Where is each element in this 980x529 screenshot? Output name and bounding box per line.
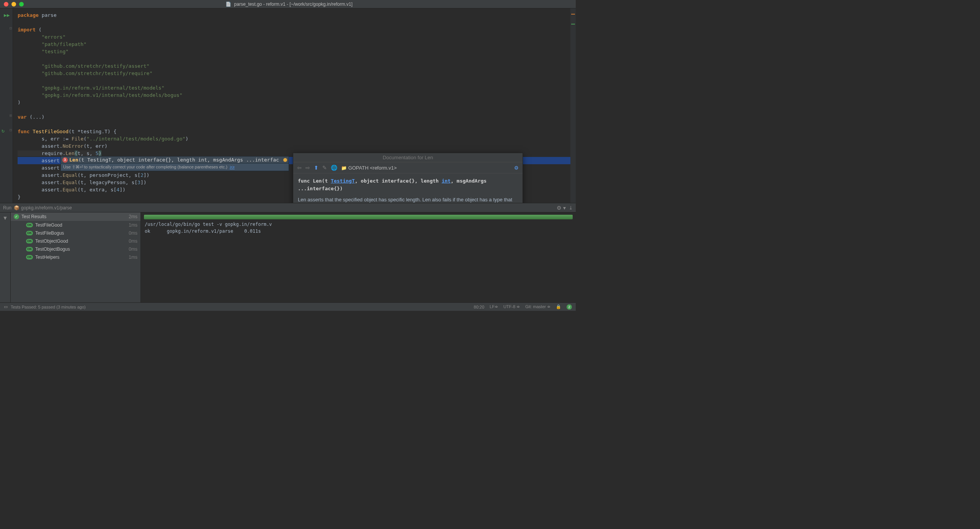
close-window-button[interactable] bbox=[4, 2, 8, 7]
fold-icon[interactable]: ⊞ bbox=[10, 113, 12, 118]
doc-back-icon[interactable]: ⇦ bbox=[297, 165, 302, 171]
test-item[interactable]: OK TestHelpers 1ms bbox=[11, 253, 140, 261]
title-bar: parse_test.go - reform.v1 - [~/work/src/… bbox=[0, 0, 576, 8]
line-separator[interactable]: LF≑ bbox=[490, 304, 498, 309]
doc-browser-icon[interactable]: 🌐 bbox=[331, 165, 337, 171]
doc-popup-title: Documentation for Len bbox=[293, 153, 523, 162]
completion-marker-icon bbox=[283, 158, 287, 162]
test-item[interactable]: OK TestFileGood 1ms bbox=[11, 221, 140, 229]
run-config-name[interactable]: gopkg.in/reform.v1/parse bbox=[21, 205, 72, 211]
pass-badge-icon: OK bbox=[26, 239, 33, 243]
window-title: parse_test.go - reform.v1 - [~/work/src/… bbox=[24, 2, 554, 7]
completion-item[interactable]: λ Len(t TestingT, object interface{}, le… bbox=[60, 156, 289, 163]
test-output[interactable]: /usr/local/go/bin/go test -v gopkg.in/re… bbox=[141, 212, 576, 302]
file-encoding[interactable]: UTF-8 ≑ bbox=[503, 304, 520, 309]
doc-forward-icon[interactable]: ⇨ bbox=[305, 165, 310, 171]
test-item[interactable]: OK TestFileBogus 0ms bbox=[11, 229, 140, 237]
code-completion-popup[interactable]: λ Len(t TestingT, object interface{}, le… bbox=[60, 156, 289, 171]
cursor-position[interactable]: 80:20 bbox=[474, 305, 485, 309]
git-branch[interactable]: Git: master ≑ bbox=[525, 304, 550, 309]
event-log-icon[interactable]: ▭ bbox=[4, 304, 8, 309]
run-test-icon[interactable]: ↻ bbox=[2, 128, 5, 134]
run-settings-icon[interactable]: ⚙ ▾ bbox=[557, 205, 566, 211]
run-header: Run gopkg.in/reform.v1/parse ⚙ ▾ ⤓ bbox=[0, 203, 576, 212]
fold-icon[interactable]: ⊟ bbox=[10, 26, 12, 30]
pass-badge-icon: OK bbox=[26, 231, 33, 235]
status-message: Tests Passed: 5 passed (3 minutes ago) bbox=[11, 305, 86, 309]
test-item[interactable]: OK TestObjectGood 0ms bbox=[11, 237, 140, 245]
doc-edit-icon[interactable]: ✎ bbox=[322, 165, 327, 171]
run-download-icon[interactable]: ⤓ bbox=[569, 205, 573, 211]
file-icon bbox=[225, 2, 233, 7]
lock-icon[interactable]: 🔒 bbox=[556, 304, 561, 309]
test-tree[interactable]: ✓ Test Results 2ms OK TestFileGood 1ms O… bbox=[11, 212, 141, 302]
doc-settings-icon[interactable]: ⚙ bbox=[514, 165, 519, 171]
lambda-icon: λ bbox=[62, 157, 68, 163]
completion-more-link[interactable]: >> bbox=[230, 165, 235, 169]
doc-type-link[interactable]: TestingT bbox=[331, 178, 355, 184]
run-gutter: ▼ bbox=[0, 212, 11, 302]
doc-type-link[interactable]: int bbox=[442, 178, 451, 184]
pass-badge-icon: OK bbox=[26, 223, 33, 227]
test-progress-bar bbox=[144, 215, 573, 219]
doc-breadcrumb[interactable]: GOPATH <reform.v1> bbox=[341, 165, 397, 171]
package-icon bbox=[14, 205, 21, 211]
doc-toolbar: ⇦ ⇨ ⬆ ✎ 🌐 GOPATH <reform.v1> ⚙ bbox=[293, 162, 523, 173]
status-bar: ▭ Tests Passed: 5 passed (3 minutes ago)… bbox=[0, 302, 576, 311]
run-gutter-icon[interactable]: ▶▶ bbox=[4, 12, 10, 18]
completion-tip: Use ⇧⌘⏎ to syntactically correct your co… bbox=[60, 163, 289, 171]
doc-up-icon[interactable]: ⬆ bbox=[314, 165, 318, 171]
test-item[interactable]: OK TestObjectBogus 0ms bbox=[11, 245, 140, 253]
minimize-window-button[interactable] bbox=[11, 2, 16, 7]
test-results-header[interactable]: ✓ Test Results 2ms bbox=[11, 212, 140, 221]
run-tool-window[interactable]: Run gopkg.in/reform.v1/parse ⚙ ▾ ⤓ ▼ ✓ T… bbox=[0, 203, 576, 302]
zoom-window-button[interactable] bbox=[19, 2, 24, 7]
pass-icon: ✓ bbox=[14, 214, 19, 219]
run-header-label: Run bbox=[3, 205, 11, 211]
console-output: /usr/local/go/bin/go test -v gopkg.in/re… bbox=[141, 221, 576, 235]
folder-icon bbox=[341, 165, 347, 171]
collapse-icon[interactable]: ▼ bbox=[0, 215, 10, 221]
notifications-badge[interactable]: 2 bbox=[567, 304, 572, 310]
pass-badge-icon: OK bbox=[26, 247, 33, 251]
fold-icon[interactable]: ⊟ bbox=[10, 128, 12, 132]
pass-badge-icon: OK bbox=[26, 255, 33, 260]
doc-signature: func Len(t TestingT, object interface{},… bbox=[298, 177, 518, 192]
window-controls bbox=[0, 2, 24, 7]
